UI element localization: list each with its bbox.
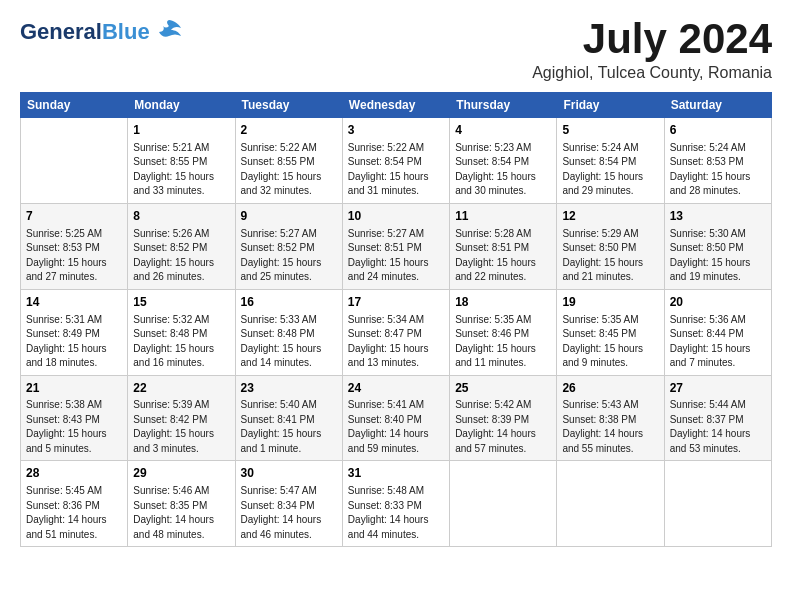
calendar-day-13: 13Sunrise: 5:30 AM Sunset: 8:50 PM Dayli… [664, 203, 771, 289]
day-number: 25 [455, 380, 551, 397]
calendar-day-5: 5Sunrise: 5:24 AM Sunset: 8:54 PM Daylig… [557, 118, 664, 204]
day-info: Sunrise: 5:31 AM Sunset: 8:49 PM Dayligh… [26, 313, 122, 371]
calendar-day-2: 2Sunrise: 5:22 AM Sunset: 8:55 PM Daylig… [235, 118, 342, 204]
day-info: Sunrise: 5:28 AM Sunset: 8:51 PM Dayligh… [455, 227, 551, 285]
day-number: 14 [26, 294, 122, 311]
logo-text: GeneralBlue [20, 21, 150, 43]
day-info: Sunrise: 5:38 AM Sunset: 8:43 PM Dayligh… [26, 398, 122, 456]
calendar-day-24: 24Sunrise: 5:41 AM Sunset: 8:40 PM Dayli… [342, 375, 449, 461]
day-number: 27 [670, 380, 766, 397]
day-info: Sunrise: 5:35 AM Sunset: 8:46 PM Dayligh… [455, 313, 551, 371]
calendar-day-17: 17Sunrise: 5:34 AM Sunset: 8:47 PM Dayli… [342, 289, 449, 375]
calendar-day-26: 26Sunrise: 5:43 AM Sunset: 8:38 PM Dayli… [557, 375, 664, 461]
day-number: 8 [133, 208, 229, 225]
day-info: Sunrise: 5:36 AM Sunset: 8:44 PM Dayligh… [670, 313, 766, 371]
calendar-day-3: 3Sunrise: 5:22 AM Sunset: 8:54 PM Daylig… [342, 118, 449, 204]
day-number: 6 [670, 122, 766, 139]
day-number: 24 [348, 380, 444, 397]
day-info: Sunrise: 5:33 AM Sunset: 8:48 PM Dayligh… [241, 313, 337, 371]
day-number: 26 [562, 380, 658, 397]
day-number: 19 [562, 294, 658, 311]
day-number: 21 [26, 380, 122, 397]
weekday-header-friday: Friday [557, 93, 664, 118]
calendar-day-1: 1Sunrise: 5:21 AM Sunset: 8:55 PM Daylig… [128, 118, 235, 204]
calendar-day-11: 11Sunrise: 5:28 AM Sunset: 8:51 PM Dayli… [450, 203, 557, 289]
calendar-day-30: 30Sunrise: 5:47 AM Sunset: 8:34 PM Dayli… [235, 461, 342, 547]
page-header: GeneralBlue July 2024 Agighiol, Tulcea C… [20, 16, 772, 82]
day-number: 3 [348, 122, 444, 139]
day-number: 15 [133, 294, 229, 311]
day-number: 17 [348, 294, 444, 311]
day-number: 11 [455, 208, 551, 225]
calendar-day-23: 23Sunrise: 5:40 AM Sunset: 8:41 PM Dayli… [235, 375, 342, 461]
weekday-header-thursday: Thursday [450, 93, 557, 118]
day-info: Sunrise: 5:22 AM Sunset: 8:55 PM Dayligh… [241, 141, 337, 199]
day-number: 4 [455, 122, 551, 139]
location-subtitle: Agighiol, Tulcea County, Romania [532, 64, 772, 82]
calendar-day-6: 6Sunrise: 5:24 AM Sunset: 8:53 PM Daylig… [664, 118, 771, 204]
calendar-week-row: 1Sunrise: 5:21 AM Sunset: 8:55 PM Daylig… [21, 118, 772, 204]
day-info: Sunrise: 5:44 AM Sunset: 8:37 PM Dayligh… [670, 398, 766, 456]
logo: GeneralBlue [20, 16, 183, 48]
day-info: Sunrise: 5:34 AM Sunset: 8:47 PM Dayligh… [348, 313, 444, 371]
calendar-day-9: 9Sunrise: 5:27 AM Sunset: 8:52 PM Daylig… [235, 203, 342, 289]
weekday-header-wednesday: Wednesday [342, 93, 449, 118]
calendar-day-14: 14Sunrise: 5:31 AM Sunset: 8:49 PM Dayli… [21, 289, 128, 375]
day-info: Sunrise: 5:26 AM Sunset: 8:52 PM Dayligh… [133, 227, 229, 285]
calendar-day-7: 7Sunrise: 5:25 AM Sunset: 8:53 PM Daylig… [21, 203, 128, 289]
day-info: Sunrise: 5:21 AM Sunset: 8:55 PM Dayligh… [133, 141, 229, 199]
day-info: Sunrise: 5:43 AM Sunset: 8:38 PM Dayligh… [562, 398, 658, 456]
day-number: 29 [133, 465, 229, 482]
calendar-day-4: 4Sunrise: 5:23 AM Sunset: 8:54 PM Daylig… [450, 118, 557, 204]
calendar-day-19: 19Sunrise: 5:35 AM Sunset: 8:45 PM Dayli… [557, 289, 664, 375]
day-info: Sunrise: 5:24 AM Sunset: 8:54 PM Dayligh… [562, 141, 658, 199]
day-number: 30 [241, 465, 337, 482]
day-number: 1 [133, 122, 229, 139]
calendar-day-10: 10Sunrise: 5:27 AM Sunset: 8:51 PM Dayli… [342, 203, 449, 289]
day-info: Sunrise: 5:40 AM Sunset: 8:41 PM Dayligh… [241, 398, 337, 456]
day-info: Sunrise: 5:24 AM Sunset: 8:53 PM Dayligh… [670, 141, 766, 199]
weekday-header-saturday: Saturday [664, 93, 771, 118]
calendar-week-row: 28Sunrise: 5:45 AM Sunset: 8:36 PM Dayli… [21, 461, 772, 547]
calendar-day-12: 12Sunrise: 5:29 AM Sunset: 8:50 PM Dayli… [557, 203, 664, 289]
calendar-week-row: 21Sunrise: 5:38 AM Sunset: 8:43 PM Dayli… [21, 375, 772, 461]
day-number: 18 [455, 294, 551, 311]
day-info: Sunrise: 5:41 AM Sunset: 8:40 PM Dayligh… [348, 398, 444, 456]
empty-day-cell [21, 118, 128, 204]
calendar-week-row: 14Sunrise: 5:31 AM Sunset: 8:49 PM Dayli… [21, 289, 772, 375]
calendar-day-8: 8Sunrise: 5:26 AM Sunset: 8:52 PM Daylig… [128, 203, 235, 289]
empty-day-cell [450, 461, 557, 547]
day-number: 22 [133, 380, 229, 397]
day-info: Sunrise: 5:35 AM Sunset: 8:45 PM Dayligh… [562, 313, 658, 371]
calendar-week-row: 7Sunrise: 5:25 AM Sunset: 8:53 PM Daylig… [21, 203, 772, 289]
calendar-day-18: 18Sunrise: 5:35 AM Sunset: 8:46 PM Dayli… [450, 289, 557, 375]
weekday-header-tuesday: Tuesday [235, 93, 342, 118]
weekday-header-monday: Monday [128, 93, 235, 118]
calendar-day-31: 31Sunrise: 5:48 AM Sunset: 8:33 PM Dayli… [342, 461, 449, 547]
day-info: Sunrise: 5:39 AM Sunset: 8:42 PM Dayligh… [133, 398, 229, 456]
calendar-day-15: 15Sunrise: 5:32 AM Sunset: 8:48 PM Dayli… [128, 289, 235, 375]
day-info: Sunrise: 5:30 AM Sunset: 8:50 PM Dayligh… [670, 227, 766, 285]
day-info: Sunrise: 5:32 AM Sunset: 8:48 PM Dayligh… [133, 313, 229, 371]
day-number: 16 [241, 294, 337, 311]
day-number: 10 [348, 208, 444, 225]
day-info: Sunrise: 5:29 AM Sunset: 8:50 PM Dayligh… [562, 227, 658, 285]
calendar-table: SundayMondayTuesdayWednesdayThursdayFrid… [20, 92, 772, 547]
calendar-day-29: 29Sunrise: 5:46 AM Sunset: 8:35 PM Dayli… [128, 461, 235, 547]
calendar-day-20: 20Sunrise: 5:36 AM Sunset: 8:44 PM Dayli… [664, 289, 771, 375]
day-info: Sunrise: 5:27 AM Sunset: 8:52 PM Dayligh… [241, 227, 337, 285]
day-info: Sunrise: 5:27 AM Sunset: 8:51 PM Dayligh… [348, 227, 444, 285]
empty-day-cell [557, 461, 664, 547]
day-number: 31 [348, 465, 444, 482]
day-info: Sunrise: 5:46 AM Sunset: 8:35 PM Dayligh… [133, 484, 229, 542]
day-info: Sunrise: 5:42 AM Sunset: 8:39 PM Dayligh… [455, 398, 551, 456]
day-number: 28 [26, 465, 122, 482]
day-info: Sunrise: 5:25 AM Sunset: 8:53 PM Dayligh… [26, 227, 122, 285]
calendar-day-27: 27Sunrise: 5:44 AM Sunset: 8:37 PM Dayli… [664, 375, 771, 461]
calendar-day-25: 25Sunrise: 5:42 AM Sunset: 8:39 PM Dayli… [450, 375, 557, 461]
day-info: Sunrise: 5:22 AM Sunset: 8:54 PM Dayligh… [348, 141, 444, 199]
day-number: 7 [26, 208, 122, 225]
weekday-header-sunday: Sunday [21, 93, 128, 118]
calendar-day-21: 21Sunrise: 5:38 AM Sunset: 8:43 PM Dayli… [21, 375, 128, 461]
calendar-day-16: 16Sunrise: 5:33 AM Sunset: 8:48 PM Dayli… [235, 289, 342, 375]
